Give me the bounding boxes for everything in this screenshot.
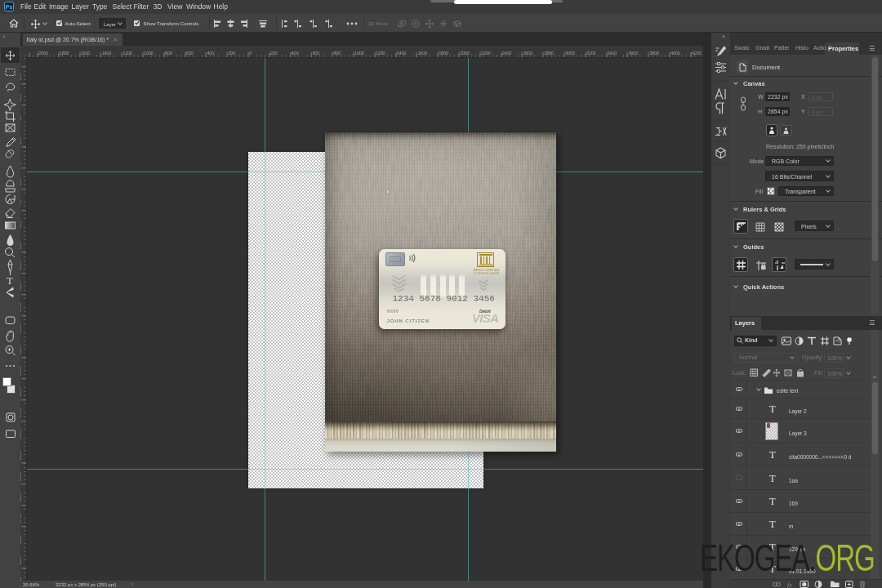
svg-text:T: T (7, 274, 13, 287)
svg-text:fx: fx (787, 581, 792, 588)
